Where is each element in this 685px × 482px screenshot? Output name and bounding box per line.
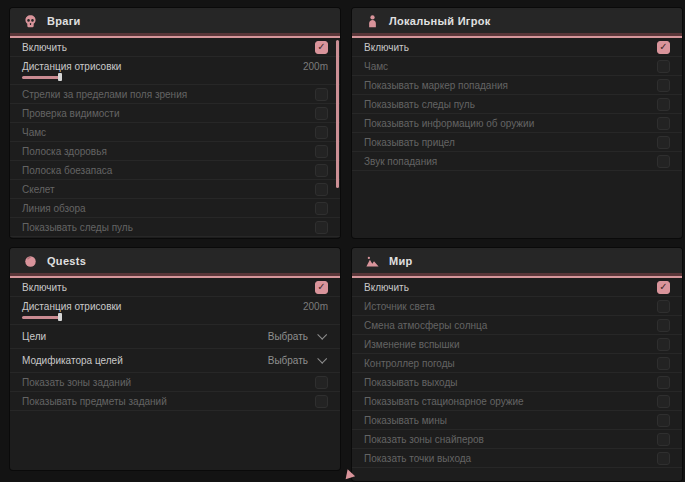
row-label: Показывать информацию об оружии [364, 118, 534, 129]
settings-row: Модификатора целейВыбрать [10, 349, 340, 373]
panel-world-body: Включить✓Источник светаСмена атмосферы с… [352, 278, 682, 468]
checkbox[interactable] [315, 221, 328, 234]
settings-row: Включить✓ [10, 278, 340, 297]
settings-row: Показывать мины [352, 411, 682, 430]
settings-row: Звук попадания [352, 152, 682, 171]
slider-value: 200m [303, 301, 328, 312]
checkbox[interactable] [657, 98, 670, 111]
settings-row: Смена атмосферы солнца [352, 316, 682, 335]
settings-row: Дистанция отрисовки200m [10, 57, 340, 85]
row-label: Показать зоны заданий [22, 377, 131, 388]
checkbox[interactable] [315, 126, 328, 139]
checkbox[interactable] [315, 164, 328, 177]
row-label: Изменение вспышки [364, 339, 460, 350]
settings-row: Проверка видимости [10, 104, 340, 123]
skull-icon [23, 14, 38, 29]
panel-quests-header: Quests [10, 248, 340, 278]
panel-title: Мир [389, 255, 413, 269]
checkbox[interactable]: ✓ [657, 41, 670, 54]
checkbox[interactable] [657, 300, 670, 313]
checkbox[interactable] [315, 145, 328, 158]
checkbox[interactable]: ✓ [657, 281, 670, 294]
settings-row: Включить✓ [352, 38, 682, 57]
checkbox[interactable] [657, 136, 670, 149]
checkbox[interactable] [315, 376, 328, 389]
panel-quests: Quests Включить✓Дистанция отрисовки200mЦ… [10, 248, 340, 470]
checkbox[interactable] [315, 202, 328, 215]
row-label: Показывать выходы [364, 377, 457, 388]
checkbox[interactable]: ✓ [315, 281, 328, 294]
settings-row: Чамс [352, 57, 682, 76]
panel-enemies-header: Враги [10, 8, 340, 38]
person-icon [365, 14, 380, 29]
settings-row: Полоска боезапаса [10, 161, 340, 180]
row-label: Чамс [364, 61, 388, 72]
checkbox[interactable] [657, 117, 670, 130]
settings-row: Контроллер погоды [352, 354, 682, 373]
dropdown[interactable]: Выбрать [268, 331, 328, 342]
checkbox[interactable] [657, 376, 670, 389]
settings-row: Включить✓ [352, 278, 682, 297]
row-label: Скелет [22, 184, 55, 195]
slider-header: Дистанция отрисовки200m [22, 301, 328, 312]
row-label: Линия обзора [22, 203, 86, 214]
row-label: Стрелки за пределами поля зрения [22, 89, 187, 100]
settings-row: Показать точки выхода [352, 449, 682, 468]
row-label: Включить [22, 282, 67, 293]
check-icon: ✓ [317, 282, 325, 292]
settings-row: Показывать предметы заданий [10, 392, 340, 411]
settings-row: Показать зоны заданий [10, 373, 340, 392]
row-label: Цели [22, 331, 46, 342]
checkbox[interactable] [657, 79, 670, 92]
slider[interactable] [22, 73, 292, 81]
checkbox[interactable]: ✓ [315, 41, 328, 54]
settings-row: Показывать следы пуль [10, 218, 340, 237]
settings-row: Показывать стационарное оружие [352, 392, 682, 411]
scrollbar-thumb[interactable] [336, 40, 339, 188]
checkbox[interactable] [315, 107, 328, 120]
row-label: Включить [364, 42, 409, 53]
checkbox[interactable] [657, 414, 670, 427]
row-label: Показывать следы пуль [22, 222, 133, 233]
settings-row: Скелет [10, 180, 340, 199]
checkbox[interactable] [315, 183, 328, 196]
settings-row: Чамс [10, 123, 340, 142]
row-label: Включить [22, 42, 67, 53]
slider-fill [22, 76, 60, 79]
settings-row: Стрелки за пределами поля зрения [10, 85, 340, 104]
panel-quests-body: Включить✓Дистанция отрисовки200mЦелиВыбр… [10, 278, 340, 411]
mountain-icon [365, 254, 380, 269]
dropdown[interactable]: Выбрать [268, 355, 328, 366]
checkbox[interactable] [657, 319, 670, 332]
row-label: Звук попадания [364, 156, 437, 167]
checkbox[interactable] [657, 60, 670, 73]
chevron-down-icon [317, 353, 327, 363]
check-icon: ✓ [659, 42, 667, 52]
row-label: Показывать мины [364, 415, 447, 426]
slider[interactable] [22, 313, 292, 321]
checkbox[interactable] [657, 433, 670, 446]
panel-world-header: Мир [352, 248, 682, 278]
checkbox[interactable] [657, 395, 670, 408]
slider-handle[interactable] [58, 313, 62, 321]
slider-handle[interactable] [58, 73, 62, 81]
row-label: Показать зоны снайперов [364, 434, 484, 445]
row-label: Проверка видимости [22, 108, 120, 119]
settings-row: Изменение вспышки [352, 335, 682, 354]
checkbox[interactable] [657, 452, 670, 465]
slider-fill [22, 316, 60, 319]
checkbox[interactable] [315, 88, 328, 101]
settings-row: Показывать выходы [352, 373, 682, 392]
panel-local-player: Локальный Игрок Включить✓ЧамсПоказывать … [352, 8, 682, 238]
check-icon: ✓ [317, 42, 325, 52]
checkbox[interactable] [657, 155, 670, 168]
row-label: Модификатора целей [22, 355, 123, 366]
panel-title: Локальный Игрок [389, 15, 491, 29]
checkbox[interactable] [657, 338, 670, 351]
checkbox[interactable] [657, 357, 670, 370]
settings-row: Показывать следы пуль [352, 95, 682, 114]
row-label: Источник света [364, 301, 435, 312]
settings-row: Линия обзора [10, 199, 340, 218]
row-label: Показывать прицел [364, 137, 455, 148]
checkbox[interactable] [315, 395, 328, 408]
